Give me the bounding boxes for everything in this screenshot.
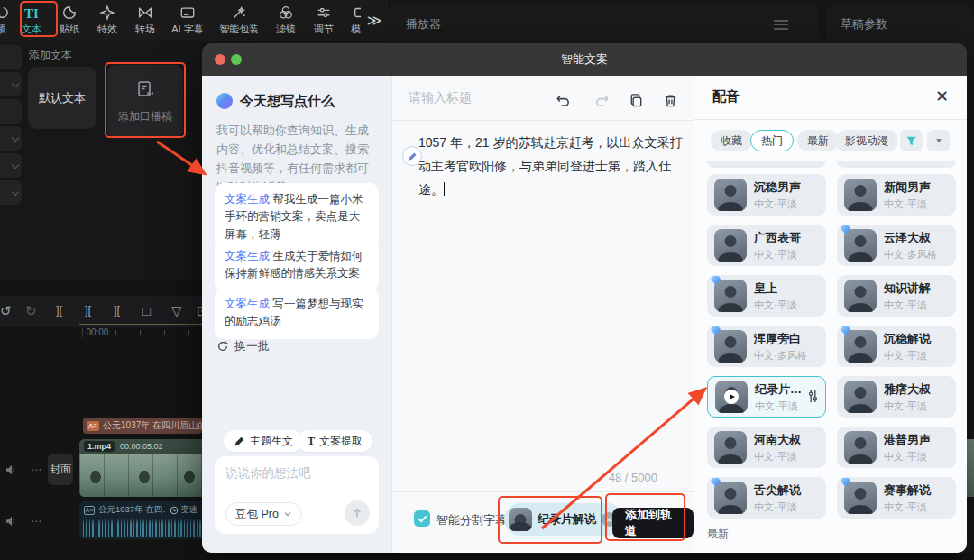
voice-avatar bbox=[844, 280, 877, 312]
voice-avatar bbox=[715, 381, 748, 413]
tab-favorites[interactable]: 收藏 bbox=[711, 130, 752, 151]
toolbar-item-smart-pack[interactable]: 智能包装 bbox=[211, 0, 267, 41]
idea-input[interactable] bbox=[225, 465, 370, 501]
split-left-icon[interactable]: ][ bbox=[56, 303, 62, 317]
redo-icon[interactable] bbox=[594, 93, 611, 109]
play-icon[interactable] bbox=[724, 390, 739, 404]
undo-icon[interactable]: ↺ bbox=[0, 303, 12, 319]
voice-card[interactable]: 皇上中文·平淡 bbox=[707, 275, 826, 317]
rail-item[interactable] bbox=[0, 45, 22, 69]
suggestion-card[interactable]: 文案生成 生成关于爱情如何保持新鲜感的情感关系文案 bbox=[215, 240, 379, 291]
voice-card[interactable]: 沉稳解说中文·平淡 bbox=[837, 326, 956, 367]
title-input[interactable] bbox=[409, 90, 571, 105]
toolbar-item-transition[interactable]: 转场 bbox=[126, 0, 164, 41]
voiceover-panel: 配音 ✕ 收藏 热门 最新 影视动漫 沉稳男声中文·平淡 bbox=[694, 76, 967, 553]
arrow-up-icon bbox=[351, 507, 363, 519]
rail-item[interactable] bbox=[0, 153, 22, 178]
voice-card[interactable]: 河南大叔中文·平淡 bbox=[707, 427, 826, 468]
zoom-traffic-light[interactable] bbox=[231, 54, 242, 65]
voice-card[interactable]: 舌尖解说中文·平淡 bbox=[707, 477, 826, 519]
voice-card[interactable]: 港普男声中文·平淡 bbox=[837, 427, 956, 468]
voice-avatar bbox=[844, 381, 877, 413]
voice-card[interactable]: 沉稳男声中文·平淡 bbox=[707, 174, 826, 216]
filters-icon bbox=[278, 5, 294, 21]
audio-icon bbox=[0, 5, 9, 21]
redo-icon[interactable]: ↻ bbox=[25, 303, 37, 319]
mask-icon[interactable]: ▽ bbox=[171, 303, 182, 319]
video-track-controls[interactable]: ⋯ bbox=[5, 464, 41, 476]
voice-card[interactable]: 浑厚旁白中文·多风格 bbox=[707, 326, 826, 367]
send-button[interactable] bbox=[345, 500, 370, 526]
timeline-text-clip[interactable]: A≡ 公元1037年 在四川眉山的一… bbox=[83, 418, 202, 434]
audio-track-controls[interactable]: ⋯ bbox=[5, 515, 41, 528]
video-clip-overflow bbox=[967, 439, 974, 497]
toolbar-item-filters[interactable]: 滤镜 bbox=[267, 0, 305, 41]
crop-icon[interactable]: □ bbox=[142, 303, 151, 318]
script-body[interactable]: 1057 年，21 岁的苏轼赴京赶考，以出众文采打动主考官欧阳修，与弟弟同登进士… bbox=[418, 132, 687, 202]
audio-waveform bbox=[83, 519, 202, 537]
copy-extract-chip[interactable]: T 文案提取 bbox=[298, 430, 372, 452]
toolbar-item-ai-captions[interactable]: AI 字幕 bbox=[164, 0, 211, 41]
timeline-accent-line bbox=[79, 324, 202, 325]
delete-icon[interactable] bbox=[663, 93, 679, 109]
toolbar-item-effects[interactable]: 特效 bbox=[88, 0, 126, 41]
default-text-card[interactable]: 默认文本 bbox=[28, 67, 96, 129]
speed-label[interactable]: 变速 bbox=[170, 504, 198, 516]
voice-avatar bbox=[844, 179, 877, 211]
topic-generate-chip[interactable]: 主题生文 bbox=[224, 430, 303, 452]
sticker-icon bbox=[61, 5, 78, 21]
voice-card[interactable]: 赛事解说中文·平淡 bbox=[837, 477, 956, 519]
assistant-panel: 今天想写点什么 我可以帮助你查询知识、生成内容、优化和总结文案、搜索抖音视频等，… bbox=[202, 76, 391, 553]
voice-card[interactable]: 广西表哥中文·平淡 bbox=[707, 225, 826, 266]
voice-card[interactable]: 云泽大叔中文·多风格 bbox=[837, 225, 956, 266]
funnel-icon bbox=[905, 135, 917, 147]
split-right-icon[interactable]: ][ bbox=[114, 303, 120, 317]
voice-grid: 沉稳男声中文·平淡 新闻男声中文·平淡 广西表哥中文·平淡 云泽大叔中文·多风格… bbox=[707, 174, 956, 519]
filter-dropdown-button[interactable] bbox=[927, 130, 950, 151]
modal-title: 智能文案 bbox=[561, 51, 608, 68]
smart-split-label: 智能分割字幕 bbox=[436, 512, 507, 528]
voice-settings-icon[interactable] bbox=[807, 390, 819, 407]
tab-film-anime[interactable]: 影视动漫 bbox=[835, 130, 898, 151]
chevron-down-icon bbox=[283, 510, 292, 519]
toolbar-item-adjust[interactable]: 调节 bbox=[305, 0, 343, 41]
model-selector[interactable]: 豆包 Pro bbox=[225, 502, 302, 526]
voice-avatar bbox=[714, 330, 747, 363]
suggestion-card[interactable]: 文案生成 写一篇梦想与现实的励志鸡汤 bbox=[215, 288, 379, 339]
cover-button[interactable]: 封面 bbox=[48, 454, 73, 485]
voice-card-selected[interactable]: 纪录片…中文·平淡 bbox=[707, 376, 826, 418]
text-extract-icon: T bbox=[308, 435, 315, 448]
voice-card[interactable]: 雅痞大叔中文·平淡 bbox=[837, 376, 956, 418]
split-icon[interactable]: ][ bbox=[85, 303, 91, 317]
rail-item[interactable] bbox=[0, 180, 22, 205]
toolbar-more-icon[interactable]: ≫ bbox=[361, 0, 388, 41]
rail-item[interactable] bbox=[0, 99, 22, 124]
tab-hot[interactable]: 热门 bbox=[750, 130, 794, 151]
close-traffic-light[interactable] bbox=[215, 54, 225, 65]
annotation-box-add-button bbox=[605, 493, 685, 541]
toolbar-item-audio[interactable]: 频 bbox=[0, 0, 13, 41]
tab-latest[interactable]: 最新 bbox=[797, 130, 839, 151]
video-clip-duration: 00:00:05:02 bbox=[120, 442, 163, 451]
smart-split-checkbox[interactable] bbox=[414, 510, 430, 527]
voice-card[interactable]: 知识讲解中文·平淡 bbox=[837, 275, 956, 317]
close-icon[interactable]: ✕ bbox=[935, 87, 949, 106]
speaker-icon bbox=[5, 464, 18, 475]
undo-icon[interactable] bbox=[556, 93, 572, 109]
voice-avatar bbox=[844, 482, 877, 514]
text-clip-icon: A≡ bbox=[87, 421, 99, 431]
voice-card[interactable]: 新闻男声中文·平淡 bbox=[837, 174, 956, 216]
timeline-ticks[interactable] bbox=[115, 330, 202, 335]
timeline-video-clip[interactable]: 1.mp4 00:00:05:02 bbox=[79, 439, 202, 497]
filter-button[interactable] bbox=[900, 130, 923, 151]
rail-item[interactable] bbox=[0, 72, 22, 96]
timeline-audio-clip[interactable]: A≡ 公元1037年 在四… 变速 bbox=[79, 501, 202, 539]
rail-item[interactable] bbox=[0, 126, 22, 151]
player-menu-icon[interactable] bbox=[774, 17, 788, 32]
copy-icon[interactable] bbox=[629, 93, 645, 109]
refresh-batch-button[interactable]: 换一批 bbox=[216, 338, 270, 354]
scrolled-card-edge bbox=[707, 161, 826, 168]
voice-avatar bbox=[714, 482, 747, 514]
magic-wand-icon bbox=[231, 5, 247, 21]
voice-avatar bbox=[714, 229, 747, 262]
